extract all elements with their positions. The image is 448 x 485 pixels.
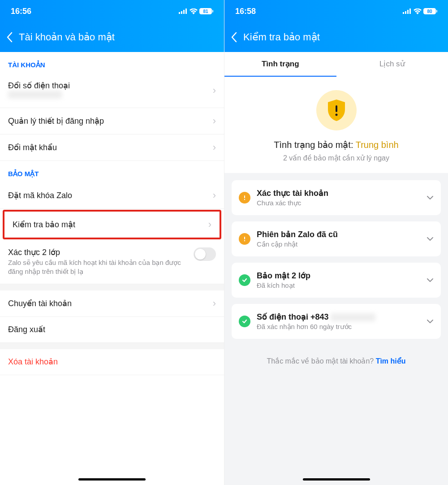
status-time: 16:56 [11,7,31,16]
battery-icon: 81 [199,8,213,14]
card-verify-account[interactable]: Xác thực tài khoản Chưa xác thực [232,180,441,215]
card-title: Số điện thoại +843 [257,312,420,322]
signal-icon [403,9,412,14]
row-label: Đặt mã khóa Zalo [8,191,213,200]
card-two-step[interactable]: Bảo mật 2 lớp Đã kích hoạt [232,263,441,298]
svg-rect-0 [179,12,180,14]
svg-rect-1 [181,11,182,14]
row-label: Xóa tài khoản [8,357,216,367]
svg-rect-3 [185,9,187,14]
status-icons: 80 [403,8,437,14]
learn-more-link[interactable]: Tìm hiểu [376,357,406,365]
row-two-factor[interactable]: Xác thực 2 lớp Zalo sẽ yêu cầu mã kích h… [0,240,224,284]
spacer [0,343,224,349]
chevron-right-icon: › [213,298,216,309]
card-sub: Đã kích hoạt [257,281,420,290]
card-sub: Cần cập nhật [257,240,420,248]
warning-icon [239,192,250,204]
row-delete-account[interactable]: Xóa tài khoản [0,349,224,375]
check-icon [239,316,250,327]
spacer [0,284,224,290]
row-manage-devices[interactable]: Quản lý thiết bị đăng nhập › [0,108,224,134]
status-bar: 16:56 81 [0,0,224,22]
phone-number-redacted [8,91,62,99]
chevron-right-icon: › [213,142,216,153]
svg-rect-2 [183,10,185,14]
chevron-down-icon [426,237,434,241]
wifi-icon [414,9,422,14]
row-label: Quản lý thiết bị đăng nhập [8,116,213,126]
row-check-security[interactable]: Kiểm tra bảo mật › [4,212,220,238]
svg-rect-6 [407,10,409,14]
wifi-icon [190,9,198,14]
tabs: Tình trạng Lịch sử [224,52,448,77]
svg-rect-5 [405,11,406,14]
card-outdated-zalo[interactable]: Phiên bản Zalo đã cũ Cần cập nhật [232,221,441,256]
row-label: Đổi mật khẩu [8,143,213,152]
row-label: Chuyển tài khoản [8,299,213,308]
chevron-right-icon: › [213,190,216,201]
footer-text: Thắc mắc về bảo mật tài khoản? [267,357,375,365]
nav-bar: Tài khoản và bảo mật [0,22,224,52]
card-sub: Đã xác nhận hơn 60 ngày trước [257,323,420,331]
page-title: Kiểm tra bảo mật [243,31,320,43]
chevron-right-icon: › [208,219,211,230]
svg-rect-10 [244,195,245,198]
svg-point-11 [244,199,245,200]
row-switch-account[interactable]: Chuyển tài khoản › [0,290,224,317]
row-label: Xác thực 2 lớp [8,247,194,257]
card-sub: Chưa xác thực [257,199,420,207]
footer: Thắc mắc về bảo mật tài khoản? Tìm hiểu [224,346,448,376]
card-title: Phiên bản Zalo đã cũ [257,230,420,239]
card-title: Bảo mật 2 lớp [257,271,420,281]
security-status-line: Tình trạng bảo mật: Trung bình [274,139,398,150]
tab-history[interactable]: Lịch sử [336,52,448,77]
svg-rect-12 [244,237,245,239]
battery-icon: 80 [423,8,437,14]
screen-security-check: 16:58 80 Kiểm tra bảo mật Tình trạng Lịc… [224,0,448,485]
row-change-phone[interactable]: Đổi số điện thoại › [0,74,224,108]
section-header-account: TÀI KHOẢN [0,52,224,74]
security-cards: Xác thực tài khoản Chưa xác thực Phiên b… [224,173,448,346]
svg-rect-4 [403,12,404,14]
screen-account-security: 16:56 81 Tài khoản và bảo mật TÀI KHOẢN … [0,0,224,485]
chevron-down-icon [426,195,434,200]
row-label: Đăng xuất [8,325,216,334]
row-label: Đổi số điện thoại [8,81,213,91]
status-bar: 16:58 80 [224,0,448,22]
warning-icon [239,233,250,245]
security-status-sub: 2 vấn đề bảo mật cần xử lý ngay [283,154,389,162]
two-factor-toggle[interactable] [194,247,216,261]
page-title: Tài khoản và bảo mật [19,31,115,43]
shield-warning-icon [316,90,357,130]
chevron-down-icon [426,319,434,324]
status-time: 16:58 [235,7,256,16]
status-icons: 81 [179,8,213,14]
tab-status[interactable]: Tình trạng [224,52,336,77]
security-status-label: Tình trạng bảo mật: [274,140,353,150]
row-sign-out[interactable]: Đăng xuất [0,317,224,343]
security-status-value: Trung bình [356,140,399,150]
highlighted-row: Kiểm tra bảo mật › [3,210,221,239]
row-label: Kiểm tra bảo mật [13,220,208,230]
chevron-right-icon: › [213,85,216,96]
chevron-right-icon: › [213,115,216,127]
chevron-down-icon [426,278,434,282]
back-icon[interactable] [231,32,237,43]
home-indicator[interactable] [78,478,146,481]
card-title: Xác thực tài khoản [257,188,420,198]
row-lock-zalo[interactable]: Đặt mã khóa Zalo › [0,182,224,209]
signal-icon [179,9,188,14]
check-icon [239,274,250,286]
nav-bar: Kiểm tra bảo mật [224,22,448,52]
row-change-password[interactable]: Đổi mật khẩu › [0,134,224,161]
svg-rect-7 [409,9,411,14]
section-header-security: BẢO MẬT [0,161,224,182]
home-indicator[interactable] [303,478,370,481]
svg-point-9 [335,114,337,116]
card-phone[interactable]: Số điện thoại +843 Đã xác nhận hơn 60 ng… [232,304,441,339]
back-icon[interactable] [6,32,13,43]
security-summary: Tình trạng bảo mật: Trung bình 2 vấn đề … [224,77,448,173]
svg-point-13 [244,240,245,241]
svg-rect-8 [336,105,337,112]
